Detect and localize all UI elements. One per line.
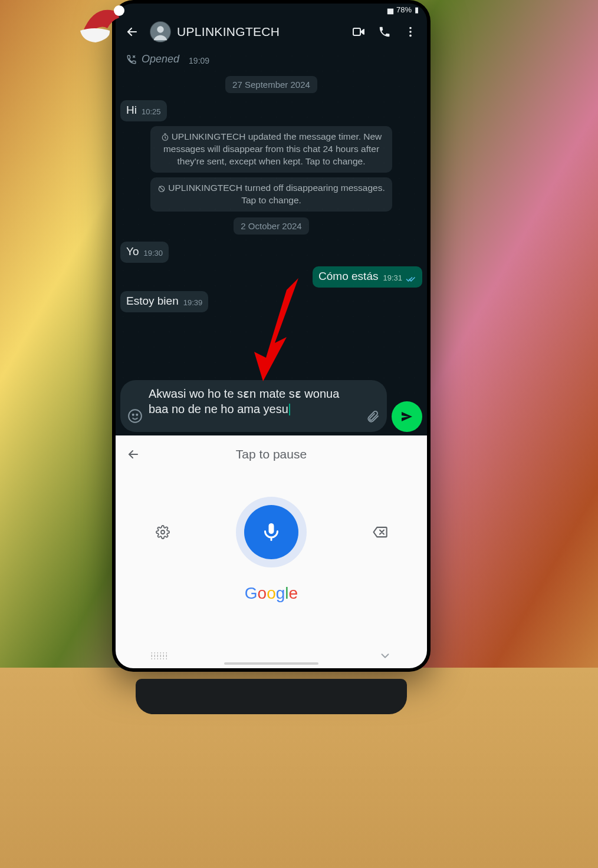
nav-handle[interactable]	[224, 662, 318, 665]
message-text: Cómo estás	[318, 270, 378, 283]
svg-rect-3	[353, 28, 360, 35]
system-message-timer-on[interactable]: UPLINKINGTECH updated the message timer.…	[150, 126, 392, 173]
message-outgoing-como[interactable]: Cómo estás 19:31	[313, 266, 422, 288]
status-bar: ▅ 78% ▮	[116, 4, 427, 15]
signal-icon: ▅	[387, 5, 393, 14]
voice-panel-title[interactable]: Tap to pause	[143, 447, 400, 461]
message-time: 19:39	[183, 298, 203, 308]
system-message-timer-off[interactable]: UPLINKINGTECH turned off disappearing me…	[150, 177, 392, 212]
message-incoming-yo[interactable]: Yo 19:30	[120, 242, 169, 263]
date-chip-1: 27 September 2024	[225, 76, 317, 93]
message-incoming-hi[interactable]: Hi 10:25	[120, 100, 167, 121]
header-actions	[347, 20, 422, 44]
message-text: Estoy bien	[126, 295, 179, 308]
opened-time: 19:09	[189, 56, 209, 65]
call-opened-row: Opened 19:09	[120, 51, 422, 70]
more-options-button[interactable]	[399, 20, 422, 44]
sticker-icon[interactable]	[127, 408, 143, 426]
phone-stand	[136, 679, 407, 714]
battery-icon: ▮	[415, 5, 419, 14]
message-text: Yo	[126, 245, 139, 258]
voice-call-button[interactable]	[373, 20, 396, 44]
message-incoming-estoybien[interactable]: Estoy bien 19:39	[120, 291, 208, 312]
svg-point-2	[157, 26, 163, 32]
annotation-arrow	[251, 278, 310, 384]
message-input-box[interactable]: Akwasi wo ho te sɛn mate sɛ wonua baa no…	[120, 380, 387, 432]
voice-delete-button[interactable]	[368, 520, 392, 544]
attach-icon[interactable]	[366, 410, 380, 426]
voice-input-panel: Tap to pause Google ∷∷∷∷∷∷	[116, 435, 427, 668]
voice-panel-mid	[116, 467, 427, 579]
chat-body[interactable]: Opened 19:09 27 September 2024 Hi 10:25 …	[116, 48, 427, 414]
switch-keyboard-button[interactable]: ∷∷∷∷∷∷	[151, 652, 169, 659]
contact-name[interactable]: UPLINKINGTECH	[177, 25, 341, 39]
voice-panel-top: Tap to pause	[116, 441, 427, 467]
microphone-icon	[261, 522, 282, 543]
opened-label: Opened	[142, 53, 179, 65]
collapse-button[interactable]	[379, 649, 392, 662]
svg-point-9	[129, 410, 142, 423]
battery-text: 78%	[396, 5, 412, 14]
message-input-row: Akwasi wo ho te sɛn mate sɛ wonua baa no…	[116, 377, 427, 435]
svg-point-6	[409, 35, 412, 37]
voice-settings-button[interactable]	[151, 520, 175, 544]
back-button[interactable]	[120, 20, 144, 44]
message-time: 19:31	[383, 273, 402, 283]
send-button[interactable]	[392, 401, 422, 432]
phone-screen: ▅ 78% ▮ UPLINKINGTECH Opened 19	[116, 4, 427, 668]
phone-frame: ▅ 78% ▮ UPLINKINGTECH Opened 19	[112, 0, 431, 672]
svg-point-11	[136, 414, 137, 415]
svg-point-12	[161, 530, 165, 534]
timer-icon	[161, 133, 169, 141]
voice-back-button[interactable]	[126, 447, 143, 461]
timer-off-icon	[157, 184, 166, 193]
system-text: UPLINKINGTECH updated the message timer.…	[163, 131, 382, 166]
avatar[interactable]	[150, 21, 171, 42]
message-input-text[interactable]: Akwasi wo ho te sɛn mate sɛ wonua baa no…	[149, 386, 360, 426]
call-out-icon	[126, 54, 137, 65]
video-call-button[interactable]	[347, 20, 370, 44]
google-logo: Google	[116, 584, 427, 603]
message-time: 19:30	[144, 249, 163, 258]
voice-panel-bottom: ∷∷∷∷∷∷	[116, 649, 427, 662]
chat-header: UPLINKINGTECH	[116, 15, 427, 48]
date-chip-2: 2 October 2024	[234, 217, 308, 235]
message-text: Hi	[126, 104, 137, 117]
svg-point-4	[409, 27, 412, 29]
system-text: UPLINKINGTECH turned off disappearing me…	[168, 183, 385, 205]
svg-point-5	[409, 31, 412, 33]
message-time: 10:25	[142, 107, 161, 117]
svg-point-10	[133, 414, 134, 415]
mic-button[interactable]	[236, 497, 307, 567]
read-receipt-icon	[406, 276, 416, 283]
